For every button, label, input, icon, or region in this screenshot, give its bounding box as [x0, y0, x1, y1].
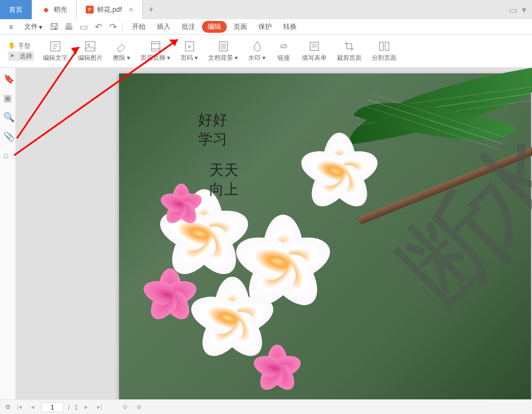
edit-image-icon	[84, 40, 96, 53]
pdf-icon: P	[86, 6, 94, 14]
print-icon[interactable]: 🖶	[64, 22, 74, 32]
chevron-down-icon[interactable]: ▾	[522, 5, 526, 15]
tool-crop-page[interactable]: 裁剪页面	[332, 38, 366, 64]
tool-link[interactable]: 链接	[271, 38, 296, 64]
add-tab-button[interactable]: +	[143, 0, 160, 19]
svg-point-2	[87, 43, 90, 46]
next-page-button[interactable]: ▸	[82, 403, 90, 411]
menu-page[interactable]: 页面	[229, 20, 252, 34]
tool-header-footer[interactable]: 页眉页脚 ▾	[136, 38, 175, 64]
svg-rect-1	[86, 42, 95, 51]
page-separator: /	[68, 404, 70, 411]
main-area: 🔖 ▣ 🔍 📎 ⌂ 好好 学习 天天 向上	[0, 68, 532, 399]
home-icon[interactable]: ⌂	[3, 150, 12, 159]
tool-background[interactable]: 文档背景 ▾	[204, 38, 243, 64]
tool-page-number[interactable]: # 页码 ▾	[176, 38, 203, 64]
background-icon	[217, 40, 230, 53]
close-icon[interactable]: ×	[129, 5, 133, 14]
flower-graphic	[161, 184, 201, 223]
svg-rect-14	[385, 42, 389, 51]
tab-bar: 首页 ◆ 稻壳 P 鲜花.pdf × + ▭ ▾	[0, 0, 532, 19]
flower-graphic	[302, 133, 376, 206]
tool-edit-text[interactable]: 编辑文字	[38, 38, 72, 64]
chevron-down-icon: ▾	[39, 23, 42, 31]
flower-graphic	[144, 268, 195, 319]
tool-edit-image[interactable]: 编辑图片	[73, 38, 107, 64]
header-footer-icon	[150, 40, 162, 53]
zoom-out-button[interactable]: ⊖	[120, 403, 130, 411]
edit-text-icon	[49, 40, 61, 53]
preview-icon[interactable]: ▭	[78, 22, 89, 32]
tool-hand[interactable]: ✋ 手型	[8, 42, 34, 50]
tool-split-page[interactable]: 分割页面	[367, 38, 401, 64]
prev-page-button[interactable]: ◂	[29, 403, 37, 411]
menu-edit[interactable]: 编辑	[202, 21, 227, 33]
hand-icon: ✋	[8, 42, 16, 50]
zoom-in-button[interactable]: ⊕	[134, 403, 144, 411]
save-icon[interactable]: 🖫	[49, 22, 59, 32]
flower-graphic	[192, 277, 271, 356]
hamburger-icon[interactable]: ≡	[5, 21, 17, 33]
attachment-icon[interactable]: 📎	[3, 131, 12, 140]
first-page-button[interactable]: |◂	[15, 403, 24, 411]
branch-graphic	[357, 133, 532, 225]
total-pages: 1	[74, 404, 78, 411]
svg-rect-9	[221, 43, 226, 50]
panel-toggle-icon[interactable]: ⧉	[6, 403, 10, 411]
svg-rect-10	[310, 42, 319, 51]
status-bar: ⧉ |◂ ◂ / 1 ▸ ▸| ⊖ ⊕	[0, 399, 532, 414]
watermark-text: 断水	[372, 118, 532, 334]
split-icon	[378, 40, 390, 53]
tab-daoke-label: 稻壳	[54, 5, 67, 15]
tool-mode-group: ✋ 手型 ➤ 选择	[5, 40, 37, 63]
bookmark-icon[interactable]: 🔖	[3, 73, 12, 82]
tool-select[interactable]: ➤ 选择	[8, 51, 34, 61]
svg-rect-13	[380, 42, 383, 51]
tab-home[interactable]: 首页	[0, 0, 32, 19]
watermark-icon	[251, 40, 263, 53]
tab-file-label: 鲜花.pdf	[97, 5, 122, 15]
tab-file[interactable]: P 鲜花.pdf ×	[77, 0, 143, 19]
menu-protect[interactable]: 保护	[254, 20, 276, 34]
redo-icon[interactable]: ↷	[108, 22, 118, 32]
menu-convert[interactable]: 转换	[279, 20, 301, 34]
form-icon	[308, 40, 320, 53]
tab-daoke[interactable]: ◆ 稻壳	[32, 0, 77, 19]
undo-icon[interactable]: ↶	[93, 22, 103, 32]
sidebar: 🔖 ▣ 🔍 📎 ⌂	[0, 68, 16, 399]
cursor-icon: ➤	[10, 52, 17, 60]
document-page: 好好 学习 天天 向上 断水	[119, 73, 531, 399]
tab-home-label: 首页	[9, 5, 23, 15]
page-number-input[interactable]	[41, 402, 64, 412]
crop-icon	[343, 40, 355, 53]
erase-icon	[116, 40, 128, 53]
menu-annotate[interactable]: 批注	[177, 20, 200, 34]
tool-fill-form[interactable]: 填写表单	[297, 38, 331, 64]
message-icon[interactable]: ▭	[509, 5, 517, 15]
search-icon[interactable]: 🔍	[3, 112, 12, 121]
tab-right-icons: ▭ ▾	[509, 5, 532, 15]
fire-icon: ◆	[41, 5, 50, 14]
svg-text:#: #	[188, 44, 191, 50]
flower-graphic	[254, 345, 300, 390]
quick-access: 🖫 🖶 ▭ ↶ ↷	[49, 22, 118, 32]
doc-text-1: 好好 学习	[198, 111, 227, 149]
menu-bar: ≡ 文件 ▾ 🖫 🖶 ▭ ↶ ↷ 开始 插入 批注 编辑 页面 保护 转换	[0, 19, 532, 35]
canvas[interactable]: 好好 学习 天天 向上 断水	[16, 68, 532, 399]
thumbnail-icon[interactable]: ▣	[3, 93, 12, 102]
page-number-icon: #	[183, 40, 196, 53]
menu-insert[interactable]: 插入	[152, 20, 175, 34]
tool-erase[interactable]: 擦除 ▾	[108, 38, 135, 64]
menu-file[interactable]: 文件 ▾	[20, 20, 47, 34]
tool-watermark[interactable]: 水印 ▾	[244, 38, 270, 64]
last-page-button[interactable]: ▸|	[95, 403, 104, 411]
svg-rect-3	[151, 42, 160, 51]
menu-start[interactable]: 开始	[127, 20, 150, 34]
toolbar: ✋ 手型 ➤ 选择 编辑文字 编辑图片 擦除 ▾ 页眉页脚 ▾ # 页码 ▾ 文…	[0, 35, 532, 68]
link-icon	[278, 40, 290, 53]
doc-text-2: 天天 向上	[209, 161, 239, 199]
